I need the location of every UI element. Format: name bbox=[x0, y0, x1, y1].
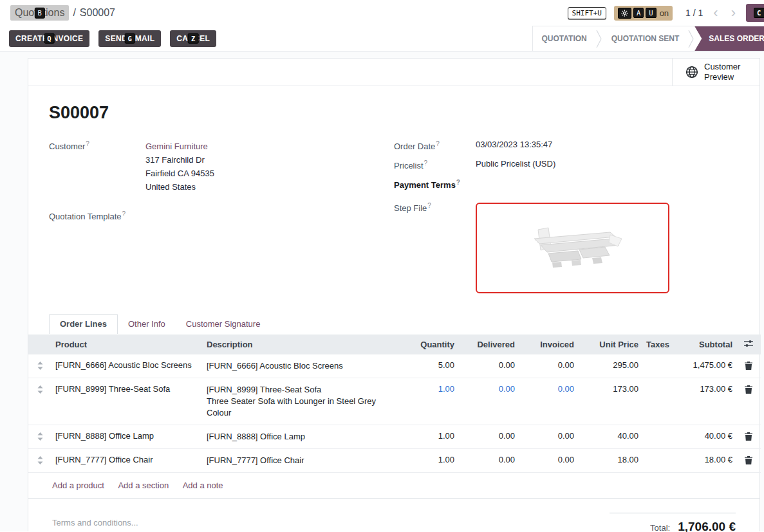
column-invoiced[interactable]: Invoiced bbox=[519, 335, 578, 354]
customer-address-line: 317 Fairchild Dr bbox=[145, 153, 214, 167]
pager-next-icon[interactable]: › bbox=[729, 6, 738, 20]
gear-icon bbox=[618, 8, 631, 19]
cell-delivered[interactable]: 0.00 bbox=[458, 378, 519, 425]
optional-columns-icon[interactable] bbox=[736, 335, 761, 354]
delete-row-icon[interactable] bbox=[736, 425, 761, 449]
add-a-product-link[interactable]: Add a product bbox=[52, 481, 104, 490]
customer-preview-button[interactable]: Customer Preview bbox=[672, 59, 759, 86]
cell-quantity[interactable]: 5.00 bbox=[399, 354, 458, 378]
delete-row-icon[interactable] bbox=[736, 378, 761, 425]
delete-row-icon[interactable] bbox=[736, 449, 761, 473]
cell-quantity[interactable]: 1.00 bbox=[399, 425, 458, 449]
step-file-image[interactable] bbox=[476, 203, 669, 293]
cell-unit-price[interactable]: 173.00 bbox=[578, 378, 642, 425]
drag-handle-icon[interactable] bbox=[28, 449, 51, 473]
create-invoice-button[interactable]: CREATE INVOICE Q bbox=[9, 30, 89, 47]
cell-description[interactable]: [FURN_8999] Three-Seat Sofa Three Seater… bbox=[203, 378, 399, 425]
add-a-note-link[interactable]: Add a note bbox=[183, 481, 223, 490]
cell-product[interactable]: [FURN_8999] Three-Seat Sofa bbox=[51, 378, 203, 425]
cell-quantity[interactable]: 1.00 bbox=[399, 449, 458, 473]
column-taxes[interactable]: Taxes bbox=[642, 335, 669, 354]
action-menu-button[interactable]: A U on bbox=[614, 6, 673, 21]
help-icon: ? bbox=[122, 210, 126, 217]
cell-delivered[interactable]: 0.00 bbox=[458, 449, 519, 473]
column-delivered[interactable]: Delivered bbox=[458, 335, 519, 354]
drag-handle-icon[interactable] bbox=[28, 354, 51, 378]
order-date-label: Order Date? bbox=[394, 140, 476, 159]
tab-other-info[interactable]: Other Info bbox=[118, 315, 176, 334]
field-pricelist: Pricelist? Public Pricelist (USD) bbox=[394, 159, 739, 178]
column-subtotal[interactable]: Subtotal bbox=[669, 335, 736, 354]
pricelist-value[interactable]: Public Pricelist (USD) bbox=[476, 159, 555, 178]
customer-label: Customer? bbox=[49, 140, 145, 194]
cell-invoiced[interactable]: 0.00 bbox=[519, 449, 578, 473]
column-product[interactable]: Product bbox=[51, 335, 203, 354]
cell-description[interactable]: [FURN_7777] Office Chair bbox=[203, 449, 399, 473]
tab-order-lines[interactable]: Order Lines bbox=[49, 314, 118, 334]
table-row[interactable]: [FURN_8999] Three-Seat Sofa [FURN_8999] … bbox=[28, 378, 761, 425]
statusbar: QUOTATION QUOTATION SENT SALES ORDER bbox=[532, 26, 764, 51]
hotkey-badge-u: U bbox=[646, 8, 656, 19]
cell-subtotal: 173.00 € bbox=[669, 378, 736, 425]
column-unit-price[interactable]: Unit Price bbox=[578, 335, 642, 354]
delete-row-icon[interactable] bbox=[736, 354, 761, 378]
cell-unit-price[interactable]: 295.00 bbox=[578, 354, 642, 378]
add-a-section-link[interactable]: Add a section bbox=[118, 481, 169, 490]
globe-icon bbox=[685, 66, 698, 78]
handle-column-header bbox=[28, 335, 51, 354]
field-order-date: Order Date? 03/03/2023 13:35:47 bbox=[394, 140, 739, 159]
page-title: S00007 bbox=[49, 103, 739, 123]
column-quantity[interactable]: Quantity bbox=[399, 335, 458, 354]
cell-subtotal: 1,475.00 € bbox=[669, 354, 736, 378]
table-row[interactable]: [FURN_8888] Office Lamp [FURN_8888] Offi… bbox=[28, 425, 761, 449]
cell-taxes[interactable] bbox=[642, 378, 669, 425]
cell-invoiced[interactable]: 0.00 bbox=[519, 425, 578, 449]
cancel-button[interactable]: CANCEL Z bbox=[170, 30, 216, 47]
drag-handle-icon[interactable] bbox=[28, 425, 51, 449]
status-quotation-sent[interactable]: QUOTATION SENT bbox=[602, 26, 689, 51]
help-icon: ? bbox=[456, 179, 460, 186]
breadcrumb-quotations[interactable]: Quotations B bbox=[10, 5, 69, 21]
cell-subtotal: 18.00 € bbox=[669, 449, 736, 473]
cell-product[interactable]: [FURN_8888] Office Lamp bbox=[51, 425, 203, 449]
table-row[interactable]: [FURN_6666] Acoustic Bloc Screens [FURN_… bbox=[28, 354, 761, 378]
cell-unit-price[interactable]: 40.00 bbox=[578, 425, 642, 449]
cell-product[interactable]: [FURN_7777] Office Chair bbox=[51, 449, 203, 473]
cell-invoiced[interactable]: 0.00 bbox=[519, 354, 578, 378]
table-row[interactable]: [FURN_7777] Office Chair [FURN_7777] Off… bbox=[28, 449, 761, 473]
cell-delivered[interactable]: 0.00 bbox=[458, 425, 519, 449]
customer-address-line: United States bbox=[145, 180, 214, 194]
cell-description[interactable]: [FURN_6666] Acoustic Bloc Screens bbox=[203, 354, 399, 378]
tab-customer-signature[interactable]: Customer Signature bbox=[176, 315, 271, 334]
cell-unit-price[interactable]: 18.00 bbox=[578, 449, 642, 473]
cell-product[interactable]: [FURN_6666] Acoustic Bloc Screens bbox=[51, 354, 203, 378]
cell-quantity[interactable]: 1.00 bbox=[399, 378, 458, 425]
total-value: 1,706.00 € bbox=[678, 520, 736, 532]
field-quotation-template: Quotation Template? bbox=[49, 210, 394, 229]
table-footer-links: Add a product Add a section Add a note bbox=[28, 473, 759, 499]
help-icon: ? bbox=[436, 140, 440, 147]
status-quotation[interactable]: QUOTATION bbox=[533, 26, 596, 51]
column-description[interactable]: Description bbox=[203, 335, 399, 354]
cell-description[interactable]: [FURN_8888] Office Lamp bbox=[203, 425, 399, 449]
pager-previous-icon[interactable]: ‹ bbox=[711, 6, 720, 20]
terms-and-conditions-input[interactable]: Terms and conditions... bbox=[52, 513, 138, 532]
pricelist-label: Pricelist? bbox=[394, 159, 476, 178]
customer-preview-label: Customer Preview bbox=[704, 62, 747, 82]
send-email-button[interactable]: SEND EMAIL G bbox=[98, 30, 161, 47]
cell-delivered[interactable]: 0.00 bbox=[458, 354, 519, 378]
customer-link[interactable]: Gemini Furniture bbox=[145, 142, 208, 151]
hotkey-badge-c: C bbox=[754, 8, 764, 19]
cell-taxes[interactable] bbox=[642, 449, 669, 473]
step-file-3d-preview bbox=[515, 213, 631, 284]
sheet-button-box: Customer Preview bbox=[28, 59, 759, 86]
create-button[interactable]: C CREATE bbox=[746, 4, 764, 22]
cell-invoiced[interactable]: 0.00 bbox=[519, 378, 578, 425]
order-date-value[interactable]: 03/03/2023 13:35:47 bbox=[476, 140, 552, 159]
status-sales-order[interactable]: SALES ORDER bbox=[694, 26, 764, 51]
step-file-label: Step File? bbox=[394, 201, 476, 293]
cell-taxes[interactable] bbox=[642, 425, 669, 449]
status-chevron-icon bbox=[596, 26, 602, 51]
drag-handle-icon[interactable] bbox=[28, 378, 51, 425]
cell-taxes[interactable] bbox=[642, 354, 669, 378]
